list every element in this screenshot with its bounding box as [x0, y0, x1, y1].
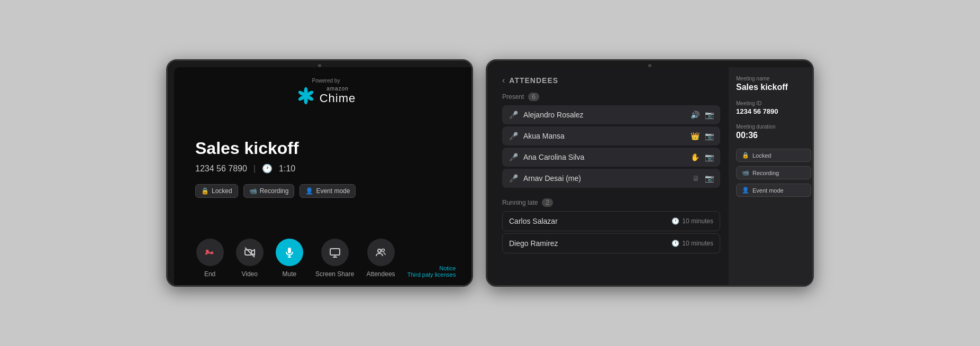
- info-meeting-name-label: Meeting name: [736, 76, 811, 81]
- attendees-button[interactable]: [367, 239, 395, 266]
- info-meeting-name-block: Meeting name Sales kickoff: [736, 76, 811, 92]
- late-minutes-diego: 10 minutes: [682, 240, 713, 247]
- raise-hand-icon-ana: ✋: [691, 153, 700, 161]
- late-name-diego: Diego Ramirez: [509, 239, 666, 248]
- late-time-carlos: 🕐 10 minutes: [672, 217, 713, 225]
- badge-event-mode[interactable]: 👤 Event mode: [300, 184, 356, 198]
- end-label: End: [204, 270, 215, 278]
- clock-icon: 🕐: [262, 163, 273, 174]
- attendee-actions-alejandro: 🔊 📷: [691, 111, 714, 119]
- video-button[interactable]: [236, 239, 264, 266]
- crown-icon-akua: 👑: [691, 132, 700, 140]
- back-button[interactable]: ‹: [502, 76, 505, 85]
- controls-bar: End Video: [190, 239, 462, 283]
- info-panel: Meeting name Sales kickoff Meeting ID 12…: [729, 67, 814, 287]
- attendees-panel: ‹ ATTENDEES Present 6 🎤 Alejandro Rosale…: [494, 67, 729, 287]
- cam-icon-ana: 📷: [705, 153, 714, 161]
- meeting-id: 1234 56 7890: [195, 164, 247, 174]
- info-badge-event-label: Event mode: [752, 187, 784, 194]
- info-meeting-id-value: 1234 56 7890: [736, 107, 811, 115]
- meeting-info: Sales kickoff 1234 56 7890 | 🕐 1:10 🔒 Lo…: [190, 111, 462, 239]
- meta-divider: |: [253, 164, 256, 174]
- info-lock-icon: 🔒: [742, 152, 749, 159]
- info-duration-block: Meeting duration 00:36: [736, 124, 811, 140]
- mute-label: Mute: [283, 270, 297, 278]
- attendees-label: Attendees: [367, 270, 395, 278]
- attendee-actions-akua: 👑 📷: [691, 132, 714, 140]
- attendees-control[interactable]: Attendees: [367, 239, 395, 278]
- attendee-row-ana: 🎤 Ana Carolina Silva ✋ 📷: [502, 148, 720, 167]
- mic-muted-icon-akua: 🎤: [509, 132, 518, 140]
- badge-locked-label: Locked: [212, 187, 232, 195]
- recording-icon: 📹: [249, 187, 257, 195]
- info-event-icon: 👤: [742, 187, 749, 194]
- attendee-name-alejandro: Alejandro Rosalez: [523, 111, 685, 119]
- chime-logo: amazon Chime: [190, 86, 462, 105]
- meeting-title: Sales kickoff: [195, 139, 462, 158]
- left-tablet: Powered by amazon Chime: [166, 59, 473, 287]
- third-party-link[interactable]: Third paty licenses: [407, 271, 456, 278]
- screen-share-button[interactable]: [321, 239, 349, 266]
- running-late-count: 2: [542, 198, 553, 207]
- info-badge-locked[interactable]: 🔒 Locked: [736, 149, 811, 162]
- mute-control[interactable]: Mute: [276, 239, 303, 278]
- video-label: Video: [241, 270, 257, 278]
- phone-end-icon: [204, 247, 216, 258]
- badge-event-label: Event mode: [316, 187, 350, 195]
- powered-by-text: Powered by: [190, 78, 462, 84]
- badge-recording[interactable]: 📹 Recording: [243, 184, 295, 198]
- cam-icon-alejandro: 📷: [705, 111, 714, 119]
- end-call-control[interactable]: End: [196, 239, 224, 278]
- end-call-button[interactable]: [196, 239, 224, 266]
- svg-line-7: [245, 248, 255, 257]
- info-badges: 🔒 Locked 📹 Recording 👤 Event mode: [736, 149, 811, 197]
- notice-link[interactable]: Notice: [407, 265, 456, 271]
- video-control[interactable]: Video: [236, 239, 264, 278]
- camera-dot-right: [648, 64, 651, 67]
- attendee-actions-ana: ✋ 📷: [691, 153, 714, 161]
- svg-rect-9: [288, 248, 291, 253]
- speaker-icon-alejandro: 🔊: [691, 111, 700, 119]
- attendee-name-arnav: Arnav Desai (me): [523, 174, 687, 183]
- chime-text: amazon Chime: [320, 86, 356, 105]
- svg-rect-12: [330, 249, 340, 255]
- screen-share-label: Screen Share: [315, 270, 354, 278]
- attendee-name-akua: Akua Mansa: [523, 132, 685, 140]
- present-label: Present: [502, 93, 524, 101]
- info-badge-recording-label: Recording: [752, 170, 779, 176]
- panel-header: ‹ ATTENDEES: [502, 76, 720, 85]
- info-meeting-id-block: Meeting ID 1234 56 7890: [736, 101, 811, 115]
- mic-muted-icon-arnav: 🎤: [509, 174, 518, 183]
- mic-muted-icon-alejandro: 🎤: [509, 111, 518, 119]
- info-meeting-name-value: Sales kickoff: [736, 83, 811, 92]
- clock-icon-diego: 🕐: [672, 240, 679, 247]
- meeting-time: 1:10: [279, 164, 295, 174]
- info-recording-icon: 📹: [742, 169, 749, 176]
- meeting-meta: 1234 56 7890 | 🕐 1:10: [195, 163, 462, 174]
- screen-share-control[interactable]: Screen Share: [315, 239, 354, 278]
- attendees-title: ATTENDEES: [509, 76, 558, 85]
- late-time-diego: 🕐 10 minutes: [672, 240, 713, 247]
- badge-locked[interactable]: 🔒 Locked: [195, 184, 238, 198]
- chime-flower-icon: [296, 86, 315, 105]
- info-duration-label: Meeting duration: [736, 124, 811, 130]
- late-minutes-carlos: 10 minutes: [682, 217, 713, 225]
- info-badge-recording[interactable]: 📹 Recording: [736, 166, 811, 179]
- info-badge-event-mode[interactable]: 👤 Event mode: [736, 184, 811, 197]
- amazon-label: amazon: [320, 86, 356, 92]
- chime-branding: Powered by amazon Chime: [190, 78, 462, 105]
- mute-button[interactable]: [276, 239, 303, 266]
- present-section-label: Present 6: [502, 93, 720, 101]
- notice-links: Notice Third paty licenses: [407, 265, 456, 278]
- attendee-row-alejandro: 🎤 Alejandro Rosalez 🔊 📷: [502, 105, 720, 124]
- right-tablet: ‹ ATTENDEES Present 6 🎤 Alejandro Rosale…: [486, 59, 814, 287]
- mic-active-icon-ana: 🎤: [509, 153, 518, 161]
- info-badge-locked-label: Locked: [752, 152, 771, 159]
- late-attendee-list: Carlos Salazar 🕐 10 minutes Diego Ramire…: [502, 211, 720, 253]
- status-badges: 🔒 Locked 📹 Recording 👤 Event mode: [195, 184, 462, 198]
- video-off-icon: [244, 247, 256, 258]
- present-count: 6: [528, 93, 539, 101]
- badge-recording-label: Recording: [260, 187, 289, 195]
- late-name-carlos: Carlos Salazar: [509, 217, 666, 225]
- info-meeting-id-label: Meeting ID: [736, 101, 811, 106]
